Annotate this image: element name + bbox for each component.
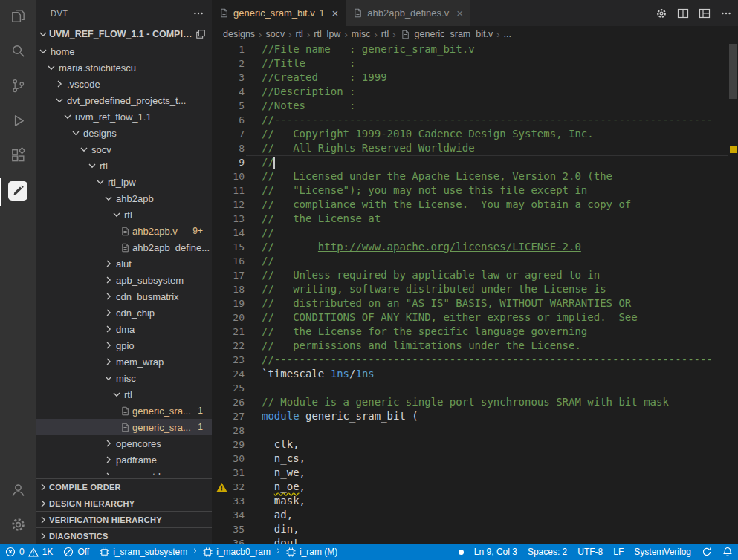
- code-line[interactable]: 29 clk,: [212, 437, 738, 452]
- sidebar-section-design-hierarchy[interactable]: DESIGN HIERARCHY: [36, 495, 212, 511]
- tree-item[interactable]: cdn_busmatrix: [36, 288, 212, 305]
- activity-bar-item-settings[interactable]: [0, 509, 36, 544]
- code-line[interactable]: 11// "License"); you may not use this fi…: [212, 183, 738, 198]
- code-line[interactable]: 17// Unless required by applicable law o…: [212, 268, 738, 282]
- code-line[interactable]: 26// Module is a generic single port syn…: [212, 395, 738, 409]
- project-root-row[interactable]: UVM_REF_FLOW_1.1 - COMPILED ...: [36, 26, 212, 42]
- layout-icon[interactable]: [699, 7, 711, 19]
- code-line[interactable]: 12// compliance with the License. You ma…: [212, 198, 738, 212]
- problems-item[interactable]: 01K: [0, 544, 58, 560]
- code-line[interactable]: 32 n_oe,: [212, 480, 738, 494]
- sidebar-section-verification-hierarchy[interactable]: VERIFICATION HIERARCHY: [36, 511, 212, 527]
- close-icon[interactable]: ×: [332, 7, 339, 19]
- code-line[interactable]: 6//-------------------------------------…: [212, 113, 738, 127]
- language-mode[interactable]: SystemVerilog: [629, 544, 696, 560]
- tab-generic_sram_bit.v[interactable]: generic_sram_bit.v1×: [212, 0, 346, 26]
- code-line[interactable]: 13// the License at: [212, 212, 738, 226]
- tree-item[interactable]: rtl_lpw: [36, 174, 212, 190]
- breadcrumb-item[interactable]: rtl_lpw: [314, 29, 340, 39]
- tree-item[interactable]: alut: [36, 255, 212, 272]
- code-area[interactable]: 1//File name : generic_sram_bit.v2//Titl…: [212, 42, 738, 544]
- activity-bar-item-explorer[interactable]: [0, 0, 36, 35]
- dvt-off-toggle[interactable]: Off: [58, 544, 94, 560]
- breadcrumb[interactable]: designs›socv›rtl›rtl_lpw›misc›rtl›generi…: [212, 26, 738, 42]
- code-line[interactable]: 27module generic_sram_bit (: [212, 409, 738, 423]
- code-line[interactable]: 3//Created : 1999: [212, 71, 738, 85]
- editor-scrollbar[interactable]: [728, 42, 738, 544]
- tree-item[interactable]: apb_subsystem: [36, 272, 212, 288]
- more-actions-icon[interactable]: [720, 7, 732, 19]
- sync-item[interactable]: [696, 544, 717, 560]
- breadcrumb-item[interactable]: rtl: [381, 29, 389, 39]
- code-line[interactable]: 1//File name : generic_sram_bit.v: [212, 42, 738, 56]
- code-line[interactable]: 10// Licensed under the Apache License, …: [212, 169, 738, 183]
- code-line[interactable]: 18// writing, software distributed under…: [212, 282, 738, 296]
- activity-bar-item-extensions[interactable]: [0, 140, 36, 175]
- code-line[interactable]: 21// the License for the specific langua…: [212, 325, 738, 339]
- tree-item[interactable]: rtl: [36, 386, 212, 403]
- code-line[interactable]: 4//Description :: [212, 85, 738, 99]
- design-hierarchy-path[interactable]: i_sram_subsystemi_macb0_rami_ram (M): [94, 544, 343, 560]
- tree-item[interactable]: ahb2apb.v9+: [36, 223, 212, 239]
- code-line[interactable]: 15// http://www.apache.org/licenses/LICE…: [212, 240, 738, 254]
- code-line[interactable]: 36 dout,: [212, 536, 738, 544]
- breadcrumb-item[interactable]: designs: [223, 29, 255, 39]
- tab-ahb2apb_defines.v[interactable]: ahb2apb_defines.v×: [346, 0, 471, 26]
- tree-item[interactable]: mem_wrap: [36, 354, 212, 370]
- breadcrumb-item[interactable]: socv: [265, 29, 285, 39]
- activity-bar-item-account[interactable]: [0, 474, 36, 509]
- activity-bar-item-run-debug[interactable]: [0, 105, 36, 140]
- tree-item[interactable]: .vscode: [36, 76, 212, 92]
- sidebar-section-compile-order[interactable]: COMPILE ORDER: [36, 478, 212, 495]
- breadcrumb-item[interactable]: generic_sram_bit.v: [400, 28, 493, 40]
- tree-item[interactable]: opencores: [36, 435, 212, 452]
- code-line[interactable]: 5//Notes :: [212, 99, 738, 113]
- code-line[interactable]: 22// permissions and limitations under t…: [212, 339, 738, 353]
- breadcrumb-item[interactable]: misc: [352, 29, 371, 39]
- code-line[interactable]: 28: [212, 423, 738, 437]
- tree-item[interactable]: rtl: [36, 157, 212, 174]
- code-line[interactable]: 7// Copyright 1999-2010 Cadence Design S…: [212, 127, 738, 141]
- activity-bar-item-source-control[interactable]: [0, 70, 36, 105]
- eol[interactable]: LF: [608, 544, 629, 560]
- tree-item[interactable]: maria.stoichitescu: [36, 59, 212, 76]
- more-actions-icon[interactable]: [192, 7, 204, 19]
- encoding[interactable]: UTF-8: [572, 544, 608, 560]
- code-line[interactable]: 8// All Rights Reserved Worldwide: [212, 141, 738, 155]
- breadcrumb-item[interactable]: rtl: [295, 29, 302, 39]
- breadcrumb-item[interactable]: ...: [503, 29, 511, 39]
- indentation[interactable]: Spaces: 2: [522, 544, 572, 560]
- code-line[interactable]: 20// CONDITIONS OF ANY KIND, either expr…: [212, 310, 738, 325]
- tree-item[interactable]: rtl: [36, 206, 212, 223]
- tree-item[interactable]: designs: [36, 125, 212, 141]
- activity-bar-item-search[interactable]: [0, 35, 36, 70]
- tree-item[interactable]: dma: [36, 321, 212, 337]
- code-line[interactable]: 34 ad,: [212, 508, 738, 522]
- tree-item[interactable]: socv: [36, 141, 212, 157]
- code-line[interactable]: 35 din,: [212, 522, 738, 536]
- tree-item[interactable]: uvm_ref_flow_1.1: [36, 108, 212, 125]
- code-line[interactable]: 31 n_we,: [212, 466, 738, 480]
- cursor-position[interactable]: Ln 9, Col 3: [469, 544, 522, 560]
- code-line[interactable]: 14//: [212, 226, 738, 240]
- tree-item[interactable]: dvt_predefined_projects_t...: [36, 92, 212, 108]
- code-line[interactable]: 24`timescale 1ns/1ns: [212, 367, 738, 381]
- activity-bar-item-dvt[interactable]: [0, 175, 36, 209]
- code-line[interactable]: 16//: [212, 254, 738, 268]
- tree-item[interactable]: misc: [36, 370, 212, 386]
- code-line[interactable]: 33 mask,: [212, 494, 738, 508]
- tree-item[interactable]: ahb2apb_define...: [36, 239, 212, 255]
- close-icon[interactable]: ×: [456, 7, 463, 19]
- code-line[interactable]: 2//Title :: [212, 56, 738, 71]
- scrollbar-thumb[interactable]: [729, 44, 737, 99]
- tree-item[interactable]: padframe: [36, 452, 212, 468]
- code-line[interactable]: 9//: [212, 155, 738, 169]
- sidebar-section-diagnostics[interactable]: DIAGNOSTICS: [36, 527, 212, 544]
- tree-item[interactable]: generic_sra...1: [36, 419, 212, 435]
- code-line[interactable]: 19// distributed on an "AS IS" BASIS, WI…: [212, 296, 738, 310]
- tree-item[interactable]: ahb2apb: [36, 190, 212, 206]
- tree-item[interactable]: power_ctrl: [36, 468, 212, 475]
- code-line[interactable]: 25: [212, 381, 738, 395]
- language-status-item[interactable]: [453, 544, 469, 560]
- gear-icon[interactable]: [656, 7, 667, 19]
